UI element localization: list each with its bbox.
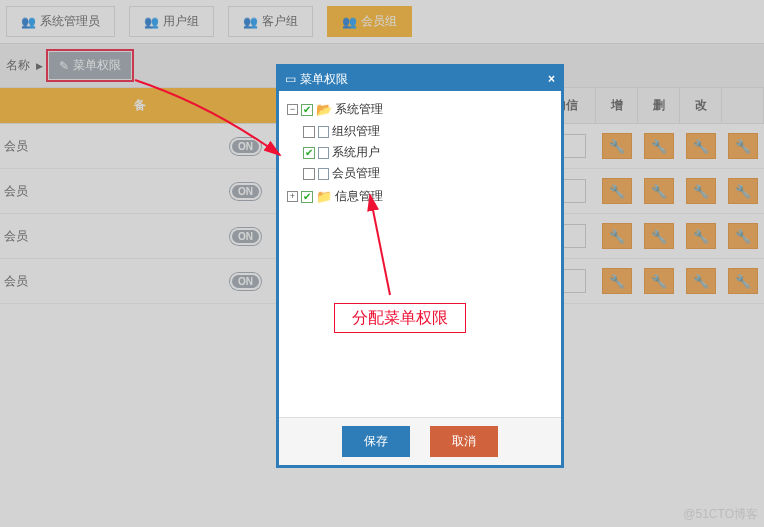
tree-label: 信息管理 [335, 188, 383, 205]
tree-node-member[interactable]: ✔ 会员管理 [303, 163, 553, 184]
window-icon: ▭ [285, 72, 296, 86]
checkbox[interactable]: ✔ [303, 168, 315, 180]
checkbox[interactable]: ✔ [303, 126, 315, 138]
tree-node-org[interactable]: ✔ 组织管理 [303, 121, 553, 142]
tree-node-sysuser[interactable]: ✔ 系统用户 [303, 142, 553, 163]
checkbox[interactable]: ✔ [301, 191, 313, 203]
checkbox[interactable]: ✔ [303, 147, 315, 159]
checkbox[interactable]: ✔ [301, 104, 313, 116]
page-icon [318, 168, 329, 180]
page-icon [318, 147, 329, 159]
dialog-title: 菜单权限 [300, 71, 348, 88]
dialog-body: − ✔ 📂 系统管理 ✔ 组织管理 ✔ 系统用户 [279, 91, 561, 417]
page-icon [318, 126, 329, 138]
menu-permission-dialog: ▭菜单权限 × − ✔ 📂 系统管理 ✔ 组织管理 [276, 64, 564, 468]
folder-icon: 📁 [316, 189, 332, 204]
collapse-icon[interactable]: − [287, 104, 298, 115]
folder-icon: 📂 [316, 102, 332, 117]
tree-node-info[interactable]: + ✔ 📁 信息管理 [287, 186, 553, 207]
close-icon[interactable]: × [548, 72, 555, 86]
cancel-button[interactable]: 取消 [430, 426, 498, 457]
dialog-footer: 保存 取消 [279, 417, 561, 465]
dialog-titlebar[interactable]: ▭菜单权限 × [279, 67, 561, 91]
permission-tree: − ✔ 📂 系统管理 ✔ 组织管理 ✔ 系统用户 [287, 99, 553, 207]
tree-label: 系统管理 [335, 101, 383, 118]
tree-node-sys[interactable]: − ✔ 📂 系统管理 ✔ 组织管理 ✔ 系统用户 [287, 99, 553, 186]
expand-icon[interactable]: + [287, 191, 298, 202]
tree-label: 会员管理 [332, 165, 380, 182]
annotation-label: 分配菜单权限 [334, 303, 466, 333]
tree-label: 组织管理 [332, 123, 380, 140]
save-button[interactable]: 保存 [342, 426, 410, 457]
watermark: @51CTO博客 [683, 506, 758, 523]
tree-label: 系统用户 [332, 144, 380, 161]
